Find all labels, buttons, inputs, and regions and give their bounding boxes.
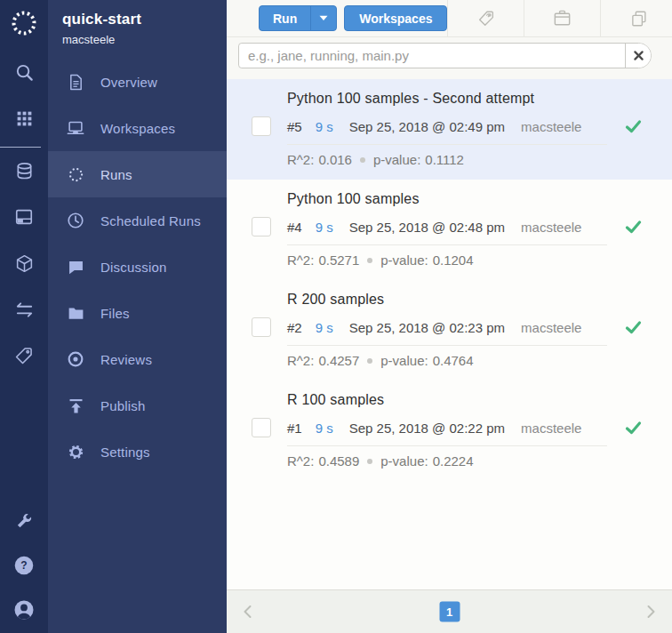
document-icon (66, 72, 85, 92)
run-meta-row: #4 9 s Sep 25, 2018 @ 02:48 pm macsteele (227, 217, 672, 236)
run-duration-link[interactable]: 9 s (316, 119, 333, 134)
metric-p-value: 0.1112 (425, 152, 464, 167)
run-date: Sep 25, 2018 @ 02:23 pm (349, 320, 505, 335)
package-cube-icon[interactable] (13, 252, 35, 274)
sidebar-item-label: Runs (100, 167, 132, 182)
sidebar-item-label: Scheduled Runs (100, 213, 201, 228)
metric-p-value: 0.1204 (433, 252, 474, 268)
eye-icon (66, 349, 85, 369)
run-split-button: Run (259, 5, 337, 31)
metric-r2-label: R^2: (287, 252, 314, 268)
metric-p-value: 0.2224 (433, 453, 474, 469)
search-icon[interactable] (13, 61, 35, 83)
metric-r2-value: 0.5271 (318, 252, 359, 268)
metric-r2-value: 0.4589 (318, 453, 359, 469)
main-content: Run Workspaces (227, 0, 672, 633)
page-number-button[interactable]: 1 (439, 602, 460, 622)
notebook-icon[interactable] (13, 206, 35, 228)
project-header: quick-start macsteele (48, 0, 227, 52)
run-duration-link[interactable]: 9 s (316, 421, 333, 436)
run-button[interactable]: Run (260, 6, 310, 30)
run-meta-row: #1 9 s Sep 25, 2018 @ 02:22 pm macsteele (227, 418, 672, 437)
user-avatar-icon[interactable] (13, 599, 35, 621)
sidebar-item-discussion[interactable]: Discussion (48, 244, 227, 290)
app-window: ? quick-start macsteele Overview (0, 0, 672, 633)
run-dropdown-caret[interactable] (310, 6, 336, 30)
sidebar-item-runs[interactable]: Runs (48, 151, 227, 197)
run-date: Sep 25, 2018 @ 02:49 pm (349, 119, 505, 134)
run-checkbox[interactable] (252, 317, 271, 337)
run-card[interactable]: Python 100 samples - Second attempt #5 9… (227, 79, 672, 180)
help-icon[interactable]: ? (13, 555, 35, 576)
sidebar-item-label: Settings (100, 445, 150, 460)
pagination-bar: 1 (227, 589, 672, 633)
sidebar-item-publish[interactable]: Publish (48, 382, 227, 429)
chevron-right-icon[interactable] (640, 601, 661, 622)
check-success-icon (624, 419, 643, 437)
run-metrics: R^2: 0.016 p-value: 0.1112 (287, 145, 672, 180)
run-user: macsteele (521, 421, 581, 436)
copy-action-icon[interactable] (600, 0, 672, 36)
chevron-down-icon (319, 15, 328, 21)
run-metrics: R^2: 0.5271 p-value: 0.1204 (287, 245, 672, 280)
run-card[interactable]: R 200 samples #2 9 s Sep 25, 2018 @ 02:2… (227, 280, 672, 381)
check-success-icon (624, 318, 643, 337)
search-input[interactable] (239, 44, 625, 68)
sidebar-item-files[interactable]: Files (48, 290, 227, 336)
chat-bubble-icon (66, 257, 85, 276)
icon-rail: ? (0, 0, 48, 633)
run-user: macsteele (521, 119, 581, 134)
run-checkbox[interactable] (252, 217, 271, 236)
toolbar: Run Workspaces (227, 0, 672, 37)
metric-separator-dot (367, 358, 372, 364)
domino-logo-icon[interactable] (9, 8, 39, 38)
run-metrics: R^2: 0.4257 p-value: 0.4764 (287, 346, 672, 381)
spinner-dots-icon (66, 164, 85, 184)
search-clear-button[interactable] (625, 44, 651, 68)
tag-icon[interactable] (13, 345, 35, 366)
database-icon[interactable] (13, 160, 35, 181)
apps-grid-icon[interactable] (13, 108, 35, 129)
sidebar-item-workspaces[interactable]: Workspaces (48, 105, 227, 151)
sidebar-item-label: Publish (100, 398, 146, 413)
run-checkbox[interactable] (252, 418, 271, 437)
metric-p-label: p-value: (373, 152, 420, 167)
sidebar-item-label: Discussion (100, 260, 167, 275)
run-title[interactable]: Python 100 samples - Second attempt (287, 91, 672, 107)
sidebar-item-overview[interactable]: Overview (48, 59, 227, 105)
metric-separator-dot (367, 258, 372, 263)
sidebar-item-reviews[interactable]: Reviews (48, 336, 227, 382)
metric-p-label: p-value: (380, 453, 428, 469)
laptop-icon (66, 118, 85, 138)
archive-action-icon[interactable] (524, 0, 600, 36)
tag-action-icon[interactable] (447, 0, 524, 36)
check-success-icon (624, 117, 643, 136)
project-title: quick-start (62, 11, 212, 28)
search-box (238, 43, 652, 68)
run-card[interactable]: Python 100 samples #4 9 s Sep 25, 2018 @… (227, 180, 672, 280)
run-checkbox[interactable] (252, 116, 271, 136)
check-success-icon (624, 218, 643, 236)
upload-icon (66, 396, 85, 415)
sidebar-item-scheduled-runs[interactable]: Scheduled Runs (48, 197, 227, 244)
run-metrics: R^2: 0.4589 p-value: 0.2224 (287, 446, 672, 481)
run-title[interactable]: R 100 samples (287, 392, 672, 408)
run-card[interactable]: R 100 samples #1 9 s Sep 25, 2018 @ 02:2… (227, 381, 672, 481)
sidebar-item-settings[interactable]: Settings (48, 429, 227, 475)
metric-r2-label: R^2: (287, 453, 314, 469)
run-duration-link[interactable]: 9 s (316, 320, 333, 335)
run-user: macsteele (521, 320, 581, 335)
run-user: macsteele (521, 220, 581, 235)
search-region (227, 37, 672, 79)
wrench-icon[interactable] (13, 510, 35, 532)
rail-divider (0, 147, 41, 148)
workspaces-button[interactable]: Workspaces (344, 5, 447, 31)
run-title[interactable]: Python 100 samples (287, 191, 672, 207)
chevron-left-icon[interactable] (237, 601, 259, 622)
sidebar-item-label: Reviews (100, 352, 152, 367)
run-title[interactable]: R 200 samples (287, 292, 672, 308)
compare-arrows-icon[interactable] (13, 299, 35, 320)
rail-bottom-group: ? (13, 487, 35, 621)
folder-icon (66, 303, 85, 323)
run-duration-link[interactable]: 9 s (316, 220, 333, 235)
